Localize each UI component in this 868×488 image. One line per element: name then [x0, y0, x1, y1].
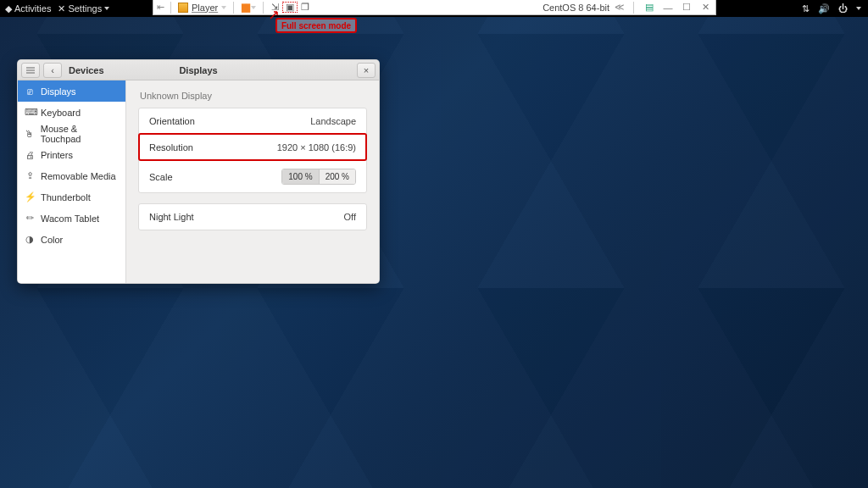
resolution-value: 1920 × 1080 (16:9)	[277, 142, 356, 152]
network-icon[interactable]: ⇅	[802, 3, 810, 14]
thunderbolt-icon: ⚡	[25, 191, 35, 202]
chevron-left-icon[interactable]: ≪	[615, 2, 625, 13]
chevron-down-icon	[104, 7, 109, 10]
chevron-down-icon[interactable]	[856, 7, 861, 10]
orientation-row[interactable]: Orientation Landscape	[139, 108, 366, 134]
volume-icon[interactable]: 🔊	[818, 3, 830, 14]
activities-button[interactable]: ◆ Activities	[5, 3, 51, 14]
content-area: Unknown Display Orientation Landscape Re…	[126, 80, 379, 283]
separator	[263, 2, 264, 14]
separator	[233, 2, 234, 14]
close-button[interactable]: ✕	[698, 2, 712, 13]
settings-label: Settings	[68, 3, 102, 14]
manage-button[interactable]: ▤	[643, 2, 656, 13]
resolution-row[interactable]: Resolution 1920 × 1080 (16:9)	[139, 134, 366, 160]
unity-button[interactable]: ❐	[298, 2, 313, 13]
annotation-fullscreen: Full screen mode	[275, 18, 357, 33]
separator	[633, 2, 634, 14]
chevron-down-icon	[221, 6, 226, 9]
night-light-label: Night Light	[149, 212, 194, 222]
settings-window: ‹ Devices Displays × ⎚Displays ⌨Keyboard…	[17, 59, 380, 284]
night-light-value: Off	[344, 212, 356, 222]
sidebar-item-keyboard[interactable]: ⌨Keyboard	[18, 102, 125, 123]
sidebar-item-displays[interactable]: ⎚Displays	[18, 80, 125, 102]
player-label: Player	[192, 3, 218, 13]
sidebar-item-removable[interactable]: ⇪Removable Media	[18, 165, 125, 186]
send-ctrl-alt-del-button[interactable]: ⇲	[267, 2, 282, 13]
hamburger-button[interactable]	[21, 63, 40, 78]
sidebar-item-wacom[interactable]: ✏Wacom Tablet	[18, 208, 125, 229]
sidebar-item-label: Color	[41, 235, 63, 245]
activities-label: Activities	[14, 3, 51, 14]
scale-200-button[interactable]: 200 %	[319, 169, 355, 184]
sidebar-item-thunderbolt[interactable]: ⚡Thunderbolt	[18, 186, 125, 208]
fullscreen-button[interactable]: ▣	[282, 2, 298, 13]
keyboard-icon: ⌨	[25, 107, 35, 118]
maximize-button[interactable]: ☐	[680, 2, 693, 13]
sidebar-item-label: Printers	[41, 150, 73, 160]
sidebar-item-label: Thunderbolt	[41, 192, 91, 202]
wacom-icon: ✏	[25, 213, 35, 224]
mouse-icon: 🖱	[25, 129, 35, 139]
color-icon: ◑	[25, 234, 35, 245]
night-light-card: Night Light Off	[138, 203, 367, 230]
sidebar-item-mouse[interactable]: 🖱Mouse & Touchpad	[18, 123, 125, 144]
display-name-heading: Unknown Display	[140, 91, 367, 101]
sidebar-item-color[interactable]: ◑Color	[18, 229, 125, 250]
scale-100-button[interactable]: 100 %	[282, 169, 318, 184]
window-close-button[interactable]: ×	[357, 63, 376, 78]
settings-app-menu[interactable]: ✕ Settings	[58, 3, 109, 14]
titlebar[interactable]: ‹ Devices Displays ×	[18, 60, 379, 80]
sidebar: ⎚Displays ⌨Keyboard 🖱Mouse & Touchpad 🖨P…	[18, 80, 126, 283]
sidebar-item-label: Removable Media	[41, 171, 116, 181]
scale-label: Scale	[149, 172, 173, 182]
vmware-toolbar: ⇤ Player ▮▮ ⇲ ▣ ❐ CentOS 8 64-bit ≪ ▤ — …	[153, 0, 716, 15]
sidebar-item-printers[interactable]: 🖨Printers	[18, 144, 125, 165]
removable-icon: ⇪	[25, 170, 35, 181]
night-light-row[interactable]: Night Light Off	[139, 204, 366, 230]
sidebar-item-label: Wacom Tablet	[41, 214, 99, 224]
display-icon: ⎚	[25, 86, 35, 97]
orientation-label: Orientation	[149, 116, 195, 126]
back-button[interactable]: ‹	[43, 63, 62, 78]
pin-icon[interactable]: ⇤	[153, 2, 167, 13]
sidebar-item-label: Displays	[41, 86, 76, 97]
scale-row: Scale 100 % 200 %	[139, 160, 366, 192]
vmware-logo-icon	[178, 3, 188, 13]
sidebar-item-label: Keyboard	[41, 108, 81, 118]
sidebar-item-label: Mouse & Touchpad	[41, 124, 119, 144]
separator	[170, 2, 171, 14]
printer-icon: 🖨	[25, 150, 35, 160]
player-menu[interactable]: Player	[175, 3, 230, 13]
orientation-value: Landscape	[310, 116, 356, 126]
minimize-button[interactable]: —	[661, 3, 675, 13]
display-settings-card: Orientation Landscape Resolution 1920 × …	[138, 108, 367, 193]
category-label: Devices	[69, 65, 104, 75]
guest-os-label: CentOS 8 64-bit	[542, 3, 609, 13]
chevron-down-icon[interactable]	[251, 6, 256, 9]
power-icon[interactable]: ⏻	[838, 3, 848, 14]
scale-toggle[interactable]: 100 % 200 %	[281, 169, 356, 185]
resolution-label: Resolution	[149, 142, 193, 152]
